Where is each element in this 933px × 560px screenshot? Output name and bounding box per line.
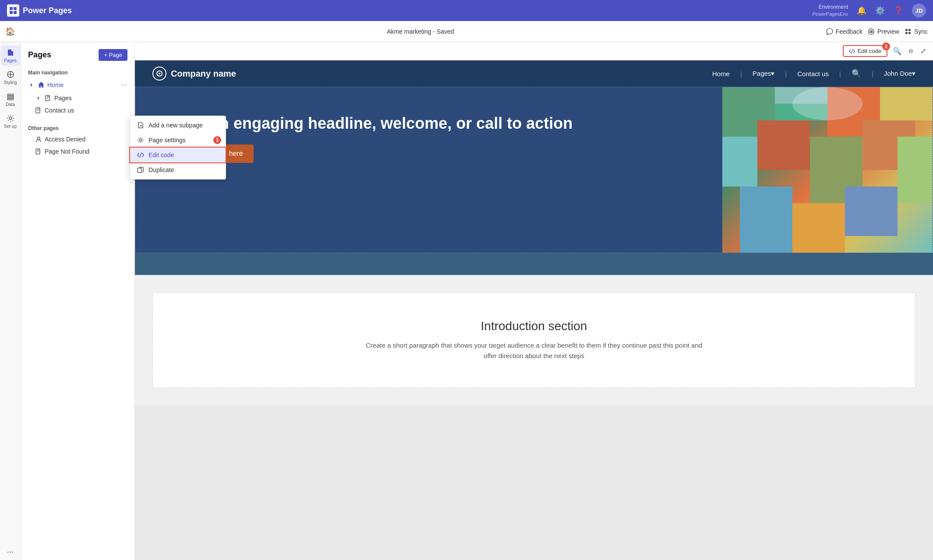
- edit-code-button-icon: [849, 48, 855, 54]
- styling-label: Styling: [4, 80, 17, 85]
- help-icon[interactable]: ❓: [894, 6, 903, 15]
- svg-rect-11: [9, 53, 11, 54]
- nav-divider-3: |: [839, 70, 841, 77]
- svg-rect-15: [7, 99, 14, 100]
- pages-panel-header: Pages + Page: [21, 49, 134, 66]
- environment-info: Environment PowerPagesEnv: [813, 4, 848, 17]
- context-duplicate[interactable]: Duplicate: [130, 162, 226, 177]
- site-nav: Company name Home | Pages▾ | Contact us …: [135, 60, 933, 87]
- contact-nav-icon: [35, 107, 42, 114]
- site-nav-links: Home | Pages▾ | Contact us | 🔍 | John Do…: [712, 69, 915, 78]
- environment-name: PowerPagesEnv: [813, 11, 848, 17]
- add-subpage-icon: [137, 122, 144, 129]
- svg-point-24: [159, 73, 160, 74]
- zoom-out-icon[interactable]: ⊖: [907, 46, 915, 56]
- site-user-menu[interactable]: John Doe▾: [884, 70, 915, 77]
- settings-menu-icon: [137, 137, 144, 144]
- svg-rect-8: [905, 32, 908, 34]
- access-denied-icon: [35, 136, 42, 143]
- zoom-in-icon[interactable]: 🔍: [891, 45, 903, 57]
- app-logo[interactable]: Power Pages: [7, 4, 72, 17]
- nav-item-home[interactable]: Home ···: [21, 77, 134, 92]
- svg-rect-7: [908, 29, 911, 31]
- more-button[interactable]: ···: [1, 547, 20, 556]
- context-edit-code[interactable]: Edit code: [130, 148, 226, 162]
- site-logo-circle: [152, 67, 166, 81]
- feedback-label: Feedback: [836, 28, 862, 35]
- page-not-found-label: Page Not Found: [45, 148, 89, 155]
- below-hero-strip: [135, 253, 933, 275]
- pages-panel: Pages + Page Main navigation Home ··· Pa…: [21, 42, 135, 560]
- page-settings-label: Page settings: [148, 137, 186, 144]
- svg-rect-6: [905, 29, 908, 31]
- preview-icon: [868, 28, 875, 35]
- second-bar-right: Feedback Preview Sync: [826, 28, 928, 35]
- intro-section: Introduction section Create a short para…: [152, 292, 915, 388]
- content-area: Edit code 2 🔍 ⊖ ⤢ Company name: [135, 42, 933, 560]
- pages-nav-icon: [45, 95, 52, 102]
- svg-rect-9: [908, 32, 911, 34]
- website-preview: Company name Home | Pages▾ | Contact us …: [135, 60, 933, 405]
- nav-divider-4: |: [872, 70, 873, 77]
- access-denied-label: Access Denied: [45, 136, 85, 143]
- pages-icon: [6, 48, 15, 57]
- svg-rect-3: [14, 11, 17, 14]
- edit-code-bar: Edit code 2 🔍 ⊖ ⤢: [135, 42, 933, 60]
- nav-item-contact[interactable]: Contact us: [21, 104, 134, 116]
- pages-expand-icon: [35, 95, 42, 102]
- edit-code-menu-label: Edit code: [148, 151, 174, 158]
- power-pages-icon: [9, 6, 18, 15]
- site-nav-contact[interactable]: Contact us: [797, 70, 829, 77]
- context-menu: Add a new subpage Page settings 1 Edit c…: [130, 116, 226, 180]
- project-status: Akme marketing - Saved: [18, 28, 823, 35]
- svg-point-16: [9, 117, 12, 120]
- home-nav-icon: [38, 81, 45, 88]
- notifications-icon[interactable]: 🔔: [857, 6, 866, 15]
- svg-point-19: [37, 137, 40, 140]
- sidebar-item-pages[interactable]: Pages: [1, 46, 20, 66]
- sidebar-item-setup[interactable]: Set up: [1, 111, 20, 131]
- home-icon[interactable]: 🏠: [5, 27, 15, 36]
- site-logo-icon: [156, 70, 163, 77]
- pages-nav-label: Pages: [54, 95, 72, 102]
- site-nav-pages[interactable]: Pages▾: [753, 70, 775, 77]
- edit-code-button[interactable]: Edit code 2: [843, 45, 887, 57]
- sidebar-item-styling[interactable]: Styling: [1, 67, 20, 88]
- context-page-settings[interactable]: Page settings 1: [130, 133, 226, 148]
- add-page-button[interactable]: + Page: [99, 49, 127, 61]
- data-icon: [6, 92, 15, 101]
- nav-item-pages[interactable]: Pages: [21, 92, 134, 104]
- duplicate-icon: [137, 166, 144, 173]
- hero-headline: Create an engaging headline, welcome, or…: [157, 113, 700, 134]
- settings-icon[interactable]: ⚙️: [875, 6, 885, 15]
- sidebar-item-data[interactable]: Data: [1, 89, 20, 109]
- svg-rect-0: [10, 7, 13, 10]
- feedback-button[interactable]: Feedback: [826, 28, 862, 35]
- site-logo: Company name: [152, 67, 712, 81]
- preview-button[interactable]: Preview: [868, 28, 899, 35]
- sidebar-icons: Pages Styling Data Set up ···: [0, 42, 21, 560]
- expand-icon[interactable]: ⤢: [919, 45, 928, 57]
- sync-button[interactable]: Sync: [905, 28, 928, 35]
- nav-item-access-denied[interactable]: Access Denied: [21, 133, 134, 145]
- svg-rect-14: [7, 96, 14, 98]
- top-bar: Power Pages Environment PowerPagesEnv 🔔 …: [0, 0, 933, 21]
- site-search-icon[interactable]: 🔍: [852, 69, 861, 78]
- content-below-hero: Introduction section Create a short para…: [135, 275, 933, 405]
- add-subpage-label: Add a new subpage: [148, 122, 203, 129]
- nav-item-page-not-found[interactable]: Page Not Found: [21, 145, 134, 158]
- site-nav-home[interactable]: Home: [712, 70, 730, 77]
- svg-rect-13: [7, 94, 14, 95]
- main-nav-label: Main navigation: [21, 66, 134, 77]
- company-name: Company name: [171, 69, 236, 79]
- app-logo-icon: [7, 4, 19, 17]
- app-name: Power Pages: [23, 6, 72, 15]
- context-add-subpage[interactable]: Add a new subpage: [130, 118, 226, 133]
- sync-label: Sync: [914, 28, 928, 35]
- page-not-found-icon: [35, 148, 42, 155]
- contact-nav-label: Contact us: [45, 107, 74, 114]
- home-more-icon[interactable]: ···: [121, 80, 127, 89]
- hero-section: Create an engaging headline, welcome, or…: [135, 87, 933, 253]
- avatar[interactable]: JD: [912, 4, 926, 18]
- second-bar: 🏠 Akme marketing - Saved Feedback Previe…: [0, 21, 933, 42]
